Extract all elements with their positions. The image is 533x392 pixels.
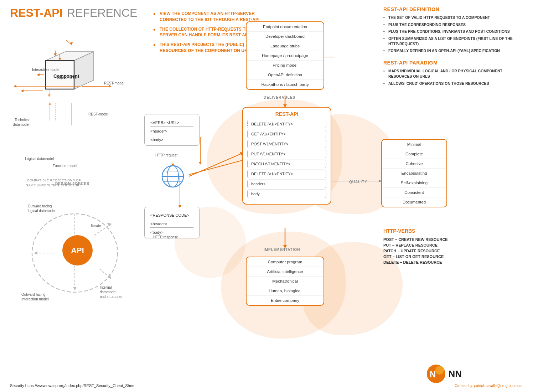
quality-item-6: Documented xyxy=(382,197,446,207)
deliverable-5: OpenAPI definition xyxy=(247,70,324,80)
quality-label: QUALITY xyxy=(349,180,367,184)
svg-marker-40 xyxy=(199,162,202,165)
http-response-box: <RESPONSE CODE> <header> <body> xyxy=(144,207,200,238)
svg-marker-25 xyxy=(34,251,37,255)
label-function-model: Function model xyxy=(53,164,77,168)
http-verbs-list: POST – CREATE NEW RESOURCE PUT – REPLACE… xyxy=(383,237,522,264)
http-verb-4: DELETE – DELETE RESOURCE xyxy=(383,260,522,264)
quality-item-1: Complete xyxy=(382,149,446,159)
impl-item-4: Entire company xyxy=(247,296,324,305)
http-request-box: <VERB> <URL> <header> <body> xyxy=(144,114,200,146)
implementation-label: IMPLEMENTATION xyxy=(264,248,300,252)
http-response-line3: <body> xyxy=(150,230,193,234)
quality-item-4: Self-explaining xyxy=(382,178,446,188)
impl-item-0: Computer program xyxy=(247,257,324,267)
label-logical-datamodel: Logical datamodel xyxy=(25,157,54,161)
deliverable-1: Developer dashboard xyxy=(247,32,324,41)
deliverable-3: Homepage / productpage xyxy=(247,51,324,61)
http-request-line1: <VERB> <URL> xyxy=(150,120,193,127)
http-response-line1: <RESPONSE CODE> xyxy=(150,213,193,219)
http-response-line2: <header> xyxy=(150,222,193,228)
rest-api-item-6: headers xyxy=(247,180,326,188)
title-rest-api: REST-API xyxy=(10,6,63,19)
deliverables-box: Endpoint documentation Developer dashboa… xyxy=(246,21,324,90)
svg-marker-27 xyxy=(107,223,112,226)
nn-logo-svg: N xyxy=(427,365,445,383)
footer-created-by: Created by: patrick.savalle@nn-group.com xyxy=(455,384,522,388)
nn-logo-area: N NN xyxy=(427,365,462,383)
svg-text:N: N xyxy=(430,370,436,379)
rest-api-item-3: PUT /V1/<ENTITY> xyxy=(247,150,326,158)
http-verb-0: POST – CREATE NEW RESOURCE xyxy=(383,237,522,242)
title-reference: REFERENCE xyxy=(67,6,137,19)
deliverable-2: Language stubs xyxy=(247,41,324,51)
impl-item-2: Mechatronical xyxy=(247,277,324,286)
http-request-label: HTTP request xyxy=(155,153,177,157)
quality-item-3: Encapsulating xyxy=(382,169,446,178)
deliverable-6: Hackathons / launch party xyxy=(247,80,324,89)
deliverables-label: DELIVERABLES xyxy=(264,96,295,99)
api-label: API xyxy=(71,246,84,255)
globe-container xyxy=(159,162,187,191)
svg-point-62 xyxy=(435,366,444,375)
globe-svg xyxy=(159,162,187,191)
footer-security-text: Security https://www.owasp.org/index.php… xyxy=(10,383,135,388)
http-request-line3: <body> xyxy=(150,138,193,142)
http-response-label: HTTP response xyxy=(153,235,178,239)
def-item-1: PLUS THE CORRESPONDING RESPONSES xyxy=(383,22,522,27)
rest-api-item-4: PATCH /V1/<ENTITY> xyxy=(247,160,326,168)
label-technical-datamodel: Technicaldatamodel xyxy=(13,118,30,127)
quality-item-5: Consistent xyxy=(382,188,446,197)
implementation-box: Computer program Artificial intelligence… xyxy=(246,257,324,306)
label-interaction-model: Interaction model xyxy=(32,68,59,72)
paradigm-item-1: ALLOWS 'CRUD' OPERATIONS ON THOSE RESOUR… xyxy=(383,81,522,86)
http-verbs-title: HTTP-VERBS xyxy=(383,228,522,234)
deliverable-0: Endpoint documentation xyxy=(247,22,324,32)
paradigm-list: MAPS INDIVIDUAL LOGICAL AND / OR PHYSICA… xyxy=(383,68,522,86)
def-item-0: THE SET OF VALID HTTP-REQUESTS TO A COMP… xyxy=(383,15,522,20)
rest-api-box-title: REST-API xyxy=(247,111,326,117)
label-rest-model: REST-model xyxy=(88,112,109,116)
svg-line-26 xyxy=(94,225,110,235)
def-item-3: OFTEN SUMMARIZED AS A LIST OF ENDPOINTS … xyxy=(383,36,522,46)
http-request-line2: <header> xyxy=(150,129,193,135)
api-circle: API xyxy=(62,235,93,265)
component-area: Component Interaction model Object model… xyxy=(10,39,124,146)
label-object-model: Object model xyxy=(56,76,77,79)
definition-section: REST-API DEFINITION THE SET OF VALID HTT… xyxy=(383,6,522,88)
rest-api-main-box: REST-API DELETE /V1/<ENTITY> GET /V1/<EN… xyxy=(242,107,331,205)
impl-item-3: Human, biological xyxy=(247,286,324,296)
svg-marker-11 xyxy=(48,94,51,97)
http-verb-1: PUT – REPLACE RESOURCE xyxy=(383,243,522,247)
paradigm-item-0: MAPS INDIVIDUAL LOGICAL AND / OR PHYSICA… xyxy=(383,68,522,79)
http-verb-2: PATCH – UPDATE RESOURCE xyxy=(383,249,522,253)
http-verb-3: GET – LIST OR GET RESOURCE xyxy=(383,254,522,259)
def-item-2: PLUS THE PRE-CONDITIONS, INVARIANTS AND … xyxy=(383,29,522,34)
http-verbs-section: HTTP-VERBS POST – CREATE NEW RESOURCE PU… xyxy=(383,228,522,266)
paradigm-title: REST-API PARADIGM xyxy=(383,60,522,66)
svg-marker-9 xyxy=(37,73,40,76)
rest-api-item-5: DELETE /V1/<ENTITY> xyxy=(247,170,326,178)
rest-api-item-2: POST /V1/<ENTITY> xyxy=(247,140,326,148)
page-title: REST-API REFERENCE xyxy=(10,6,137,20)
svg-marker-23 xyxy=(73,287,77,290)
rest-api-item-1: GET /V1/<ENTITY> xyxy=(247,130,326,138)
deliverable-4: Pricing model xyxy=(247,61,324,70)
bullet-item-1: VIEW THE COMPONENT AS AN HTTP-SERVER CON… xyxy=(153,11,267,23)
quality-box: Minimal Complete Cohesive Encapsulating … xyxy=(381,139,447,207)
definition-title: REST-API DEFINITION xyxy=(383,6,522,12)
definition-list: THE SET OF VALID HTTP-REQUESTS TO A COMP… xyxy=(383,15,522,53)
nn-logo-text: NN xyxy=(448,368,462,380)
rest-api-item-7: body xyxy=(247,190,326,198)
def-item-4: FORMALLY DEFINED IN AN OPEN-API (YAML) S… xyxy=(383,48,522,53)
design-forces-title: DESIGN FORCES xyxy=(10,182,135,186)
impl-item-1: Artificial intelligence xyxy=(247,267,324,277)
quality-item-2: Cohesive xyxy=(382,159,446,169)
rest-api-item-0: DELETE /V1/<ENTITY> xyxy=(247,120,326,128)
quality-item-0: Minimal xyxy=(382,140,446,149)
